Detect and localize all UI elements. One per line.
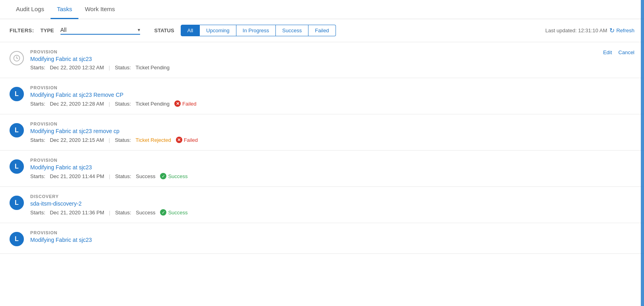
meta-separator: | (109, 101, 110, 107)
cancel-button[interactable]: Cancel (619, 49, 634, 55)
tab-audit-logs[interactable]: Audit Logs (10, 0, 51, 19)
starts-value: Dec 22, 2020 12:28 AM (50, 101, 104, 107)
status-btn-success[interactable]: Success (276, 25, 308, 36)
status-label: Status: (115, 137, 131, 143)
starts-value: Dec 21, 2020 11:36 PM (50, 210, 104, 216)
failed-icon: ✕ (174, 100, 181, 107)
meta-separator: | (109, 173, 110, 179)
status-label: Status: (115, 65, 131, 71)
task-status: Status: Ticket Rejected✕Failed (115, 137, 198, 143)
status-btn-in-progress[interactable]: In Progress (236, 25, 276, 36)
status-label: Status: (115, 173, 131, 179)
task-title[interactable]: Modifying Fabric at sjc23 remove cp (30, 128, 634, 134)
task-list: PROVISIONModifying Fabric at sjc23Starts… (0, 42, 644, 254)
starts-label: Starts: (30, 137, 45, 143)
status-value: Ticket Rejected (136, 137, 171, 143)
clock-icon (10, 51, 24, 65)
last-updated-text: Last updated: 12:31:10 AM (545, 27, 607, 33)
status-label: STATUS (154, 27, 174, 33)
starts-label: Starts: (30, 173, 45, 179)
refresh-button[interactable]: ↻ Refresh (609, 27, 634, 34)
starts-value: Dec 22, 2020 12:32 AM (50, 65, 104, 71)
status-btn-failed[interactable]: Failed (308, 25, 336, 36)
failed-icon: ✕ (176, 137, 182, 143)
starts-label: Starts: (30, 101, 45, 107)
user-icon: L (10, 159, 24, 174)
status-label: Status: (115, 210, 131, 216)
meta-separator: | (109, 137, 110, 143)
status-btn-all[interactable]: All (181, 25, 200, 36)
task-item: LPROVISIONModifying Fabric at sjc23 Remo… (0, 78, 644, 114)
task-body: PROVISIONModifying Fabric at sjc23 Remov… (30, 85, 634, 107)
starts-label: Starts: (30, 210, 45, 216)
tab-work-items[interactable]: Work Items (78, 0, 121, 19)
type-select[interactable]: All (60, 27, 140, 33)
task-category: PROVISION (30, 49, 634, 54)
task-category: PROVISION (30, 122, 634, 126)
task-category: PROVISION (30, 230, 634, 235)
top-nav: Audit Logs Tasks Work Items (0, 0, 644, 19)
task-actions: EditCancel (603, 49, 634, 55)
task-title[interactable]: Modifying Fabric at sjc23 Remove CP (30, 92, 634, 98)
starts-value: Dec 21, 2020 11:44 PM (50, 173, 104, 179)
success-icon: ✓ (160, 173, 166, 179)
task-starts: Starts: Dec 21, 2020 11:36 PM (30, 210, 104, 216)
task-meta: Starts: Dec 22, 2020 12:32 AM|Status: Ti… (30, 65, 634, 71)
task-category: PROVISION (30, 85, 634, 90)
status-value: Success (136, 173, 155, 179)
task-starts: Starts: Dec 21, 2020 11:44 PM (30, 173, 104, 179)
task-title[interactable]: sda-itsm-discovery-2 (30, 200, 634, 207)
refresh-icon: ↻ (609, 27, 615, 34)
success-badge: ✓Success (160, 209, 187, 216)
user-icon: L (10, 87, 24, 101)
status-btn-upcoming[interactable]: Upcoming (200, 25, 236, 36)
type-select-wrapper[interactable]: All ▾ (60, 27, 140, 35)
task-title[interactable]: Modifying Fabric at sjc23 (30, 237, 634, 243)
failed-badge: ✕Failed (174, 100, 196, 107)
task-body: PROVISIONModifying Fabric at sjc23Starts… (30, 158, 634, 179)
task-meta: Starts: Dec 22, 2020 12:28 AM|Status: Ti… (30, 100, 634, 107)
meta-separator: | (109, 65, 110, 71)
meta-separator: | (109, 210, 110, 216)
task-body: PROVISIONModifying Fabric at sjc23Starts… (30, 49, 634, 71)
task-body: DISCOVERYsda-itsm-discovery-2Starts: Dec… (30, 194, 634, 216)
status-label: Status: (115, 101, 131, 107)
user-icon: L (10, 196, 24, 210)
task-item: LPROVISIONModifying Fabric at sjc23Start… (0, 151, 644, 187)
task-status: Status: Ticket Pending✕Failed (115, 100, 196, 107)
task-title[interactable]: Modifying Fabric at sjc23 (30, 164, 634, 171)
task-body: PROVISIONModifying Fabric at sjc23 remov… (30, 122, 634, 143)
task-status: Status: Success✓Success (115, 209, 187, 216)
last-updated: Last updated: 12:31:10 AM ↻ Refresh (545, 27, 634, 34)
task-meta: Starts: Dec 21, 2020 11:36 PM|Status: Su… (30, 209, 634, 216)
task-item: LPROVISIONModifying Fabric at sjc23 (0, 223, 644, 254)
task-meta: Starts: Dec 21, 2020 11:44 PM|Status: Su… (30, 173, 634, 179)
user-icon: L (10, 123, 24, 137)
task-status: Status: Success✓Success (115, 173, 187, 179)
task-meta: Starts: Dec 22, 2020 12:15 AM|Status: Ti… (30, 137, 634, 143)
status-buttons: All Upcoming In Progress Success Failed (181, 25, 336, 36)
tab-tasks[interactable]: Tasks (51, 0, 78, 19)
success-badge: ✓Success (160, 173, 187, 179)
task-item: LDISCOVERYsda-itsm-discovery-2Starts: De… (0, 187, 644, 223)
starts-value: Dec 22, 2020 12:15 AM (50, 137, 104, 143)
task-category: PROVISION (30, 158, 634, 163)
task-item: LPROVISIONModifying Fabric at sjc23 remo… (0, 114, 644, 151)
task-category: DISCOVERY (30, 194, 634, 199)
type-label: TYPE (41, 27, 54, 33)
success-icon: ✓ (160, 209, 166, 216)
user-icon: L (10, 232, 24, 246)
failed-badge: ✕Failed (176, 137, 198, 143)
filters-bar: FILTERS: TYPE All ▾ STATUS All Upcoming … (0, 19, 644, 42)
task-starts: Starts: Dec 22, 2020 12:28 AM (30, 101, 104, 107)
edit-button[interactable]: Edit (603, 49, 612, 55)
status-value: Ticket Pending (136, 65, 170, 71)
task-body: PROVISIONModifying Fabric at sjc23 (30, 230, 634, 245)
task-starts: Starts: Dec 22, 2020 12:32 AM (30, 65, 104, 71)
scrollbar[interactable] (641, 0, 644, 254)
task-item: PROVISIONModifying Fabric at sjc23Starts… (0, 42, 644, 78)
filters-label: FILTERS: (10, 27, 34, 33)
task-title[interactable]: Modifying Fabric at sjc23 (30, 56, 634, 62)
task-starts: Starts: Dec 22, 2020 12:15 AM (30, 137, 104, 143)
task-status: Status: Ticket Pending (115, 65, 170, 71)
